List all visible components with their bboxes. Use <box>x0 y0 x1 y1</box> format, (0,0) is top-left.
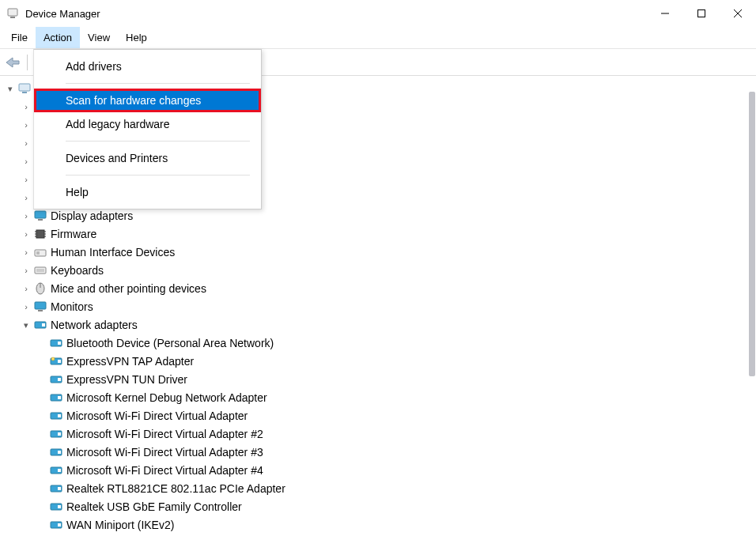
chevron-right-icon[interactable]: › <box>19 171 33 188</box>
svg-rect-27 <box>35 302 46 309</box>
network-adapter-icon <box>33 319 47 331</box>
chevron-right-icon[interactable]: › <box>19 243 33 261</box>
tree-device[interactable]: Realtek RTL8821CE 802.11ac PCIe Adapter <box>0 479 756 497</box>
tree-category-keyboards[interactable]: › Keyboards <box>0 261 756 279</box>
svg-rect-13 <box>36 230 44 238</box>
chevron-right-icon[interactable]: › <box>19 225 33 243</box>
menu-action[interactable]: Action <box>36 27 80 48</box>
svg-rect-32 <box>58 342 61 345</box>
svg-rect-53 <box>58 523 61 527</box>
title-bar: Device Manager <box>0 0 756 27</box>
svg-rect-1 <box>10 17 15 18</box>
firmware-icon <box>33 228 47 240</box>
tree-device[interactable]: Microsoft Wi-Fi Direct Virtual Adapter #… <box>0 461 756 479</box>
menuitem-add-drivers[interactable]: Add drivers <box>34 55 261 78</box>
menu-separator <box>66 141 250 142</box>
device-manager-icon <box>6 7 19 20</box>
minimize-button[interactable] <box>647 0 683 27</box>
svg-rect-28 <box>38 310 43 311</box>
network-adapter-icon <box>49 337 63 349</box>
svg-rect-21 <box>36 251 40 255</box>
device-label: ExpressVPN TAP Adapter <box>66 353 194 370</box>
tree-device[interactable]: Microsoft Wi-Fi Direct Virtual Adapter <box>0 406 756 425</box>
close-button[interactable] <box>720 0 756 27</box>
menu-view[interactable]: View <box>80 27 118 48</box>
chevron-right-icon[interactable]: › <box>19 189 33 206</box>
svg-rect-22 <box>35 267 46 274</box>
tree-category-hid[interactable]: › Human Interface Devices <box>0 243 756 261</box>
tree-device[interactable]: ExpressVPN TAP Adapter <box>0 352 756 370</box>
chevron-right-icon[interactable]: › <box>19 280 33 297</box>
svg-rect-0 <box>8 9 17 16</box>
device-label: ExpressVPN TUN Driver <box>66 371 187 388</box>
tree-device[interactable]: Microsoft Wi-Fi Direct Virtual Adapter #… <box>0 425 756 443</box>
device-label: Bluetooth Device (Personal Area Network) <box>66 334 274 352</box>
toolbar-back-button[interactable] <box>3 53 22 72</box>
svg-rect-11 <box>35 211 46 218</box>
tree-device[interactable]: Bluetooth Device (Personal Area Network) <box>0 334 756 352</box>
network-adapter-icon <box>49 410 63 422</box>
chevron-right-icon[interactable]: › <box>19 207 33 225</box>
network-adapter-icon <box>49 373 63 386</box>
window-title: Device Manager <box>25 8 100 20</box>
svg-rect-7 <box>19 84 30 91</box>
svg-rect-49 <box>58 487 61 490</box>
tree-device[interactable]: Microsoft Wi-Fi Direct Virtual Adapter #… <box>0 443 756 461</box>
network-adapter-icon <box>49 446 63 459</box>
chevron-right-icon[interactable]: › <box>19 298 33 315</box>
menuitem-add-legacy-hardware[interactable]: Add legacy hardware <box>34 112 261 136</box>
menuitem-devices-printers[interactable]: Devices and Printers <box>34 146 261 170</box>
svg-rect-45 <box>58 451 61 454</box>
tree-device[interactable]: ExpressVPN TUN Driver <box>0 370 756 388</box>
svg-rect-51 <box>58 505 61 508</box>
keyboard-icon <box>33 264 47 277</box>
svg-rect-43 <box>58 432 61 436</box>
tree-device[interactable]: WAN Miniport (IKEv2) <box>0 515 756 534</box>
device-label: Microsoft Wi-Fi Direct Virtual Adapter <box>66 407 248 425</box>
svg-rect-30 <box>42 323 45 327</box>
toolbar-separator <box>27 55 28 70</box>
device-label: Realtek RTL8821CE 802.11ac PCIe Adapter <box>66 480 285 497</box>
vertical-scrollbar[interactable] <box>747 76 756 536</box>
menuitem-scan-hardware-changes[interactable]: Scan for hardware changes <box>34 89 261 112</box>
device-label: Realtek USB GbE Family Controller <box>66 498 242 515</box>
svg-rect-47 <box>58 469 61 472</box>
maximize-button[interactable] <box>683 0 720 27</box>
network-adapter-icon <box>49 519 63 531</box>
device-label: WAN Miniport (IKEv2) <box>66 516 174 534</box>
display-adapter-icon <box>33 209 47 222</box>
device-label: Microsoft Wi-Fi Direct Virtual Adapter #… <box>66 444 263 461</box>
chevron-right-icon[interactable]: › <box>19 134 33 152</box>
menuitem-help[interactable]: Help <box>34 180 261 204</box>
tree-category-mice[interactable]: › Mice and other pointing devices <box>0 279 756 297</box>
svg-marker-6 <box>6 58 19 67</box>
chevron-right-icon[interactable]: › <box>19 153 33 170</box>
menu-help[interactable]: Help <box>118 27 155 48</box>
category-label: Mice and other pointing devices <box>51 280 206 297</box>
svg-rect-41 <box>58 414 61 417</box>
category-label: Keyboards <box>51 262 104 279</box>
svg-rect-34 <box>58 360 61 363</box>
tree-device[interactable]: Realtek USB GbE Family Controller <box>0 497 756 515</box>
tree-device[interactable]: Microsoft Kernel Debug Network Adapter <box>0 388 756 406</box>
svg-rect-3 <box>698 10 705 17</box>
menu-file[interactable]: File <box>3 27 36 48</box>
category-label: Network adapters <box>51 316 138 334</box>
chevron-down-icon[interactable]: ▾ <box>3 80 17 97</box>
device-label: Microsoft Wi-Fi Direct Virtual Adapter #… <box>66 425 263 443</box>
tree-category-network-adapters[interactable]: ▾ Network adapters <box>0 315 756 334</box>
tree-category-firmware[interactable]: › Firmware <box>0 225 756 243</box>
chevron-right-icon[interactable]: › <box>19 98 33 115</box>
computer-icon <box>17 82 32 95</box>
category-label: Firmware <box>51 225 96 243</box>
action-menu-dropdown: Add drivers Scan for hardware changes Ad… <box>33 49 262 209</box>
chevron-right-icon[interactable]: › <box>19 116 33 134</box>
scrollbar-thumb[interactable] <box>749 92 755 376</box>
chevron-right-icon[interactable]: › <box>19 262 33 279</box>
tree-category-monitors[interactable]: › Monitors <box>0 297 756 315</box>
monitor-icon <box>33 300 47 313</box>
chevron-down-icon[interactable]: ▾ <box>19 316 33 334</box>
svg-rect-37 <box>58 378 61 381</box>
svg-rect-8 <box>22 92 27 93</box>
network-adapter-icon <box>49 391 63 404</box>
